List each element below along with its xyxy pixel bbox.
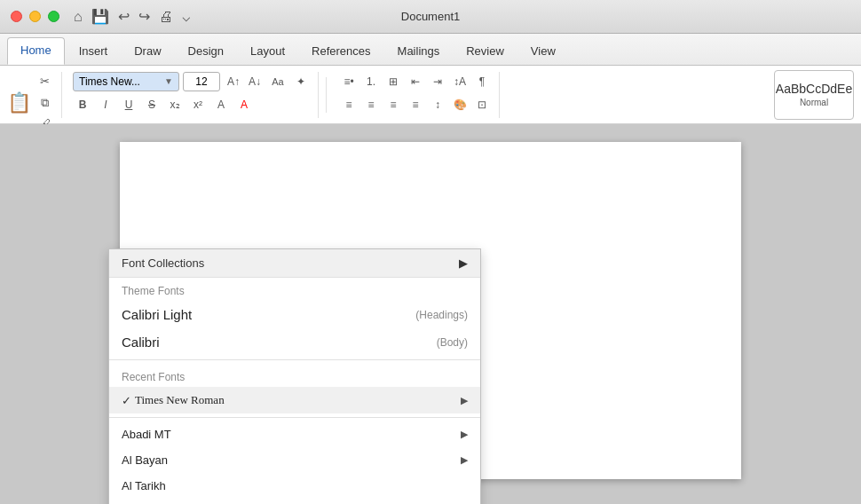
- align-right-button[interactable]: ≡: [383, 95, 403, 114]
- title-bar: ⌂ 💾 ↩ ↪ 🖨 ⌵ Document1: [0, 0, 861, 34]
- font-item-al-bayan[interactable]: Al Bayan ▶: [109, 447, 480, 473]
- font-family-dropdown[interactable]: Times New... ▼: [73, 72, 179, 91]
- al-tarikh-name: Al Tarikh: [122, 479, 468, 492]
- font-item-abadi-mt[interactable]: Abadi MT ▶: [109, 421, 480, 447]
- print-icon[interactable]: 🖨: [159, 9, 173, 25]
- checkmark-icon: ✓: [122, 394, 131, 407]
- font-size-value: 12: [195, 75, 207, 88]
- paragraph-group: ≡• 1. ⊞ ⇤ ⇥ ↕A ¶ ≡ ≡ ≡ ≡ ↕ 🎨 ⊡: [334, 72, 500, 118]
- close-button[interactable]: [11, 11, 22, 22]
- clear-formatting-button[interactable]: ✦: [291, 72, 311, 91]
- style-card-normal[interactable]: AaBbCcDdEe Normal: [774, 70, 854, 120]
- font-item-al-tarikh[interactable]: Al Tarikh: [109, 473, 480, 499]
- style-preview-text: AaBbCcDdEe: [776, 82, 852, 96]
- font-group: Times New... ▼ 12 A↑ A↓ Aa ✦ B I U S x₂ …: [66, 72, 319, 118]
- justify-button[interactable]: ≡: [406, 95, 425, 114]
- minimize-button[interactable]: [29, 11, 41, 22]
- al-bayan-name: Al Bayan: [122, 453, 461, 467]
- theme-fonts-label: Theme Fonts: [109, 278, 480, 301]
- font-dropdown-menu: Font Collections ▶ Theme Fonts Calibri L…: [108, 248, 481, 504]
- font-collections-label: Font Collections: [122, 256, 204, 270]
- font-color-button[interactable]: A: [234, 95, 254, 114]
- font-menu-arrow: ▶: [459, 256, 468, 270]
- al-bayan-arrow: ▶: [461, 454, 468, 466]
- main-area: Font Collections ▶ Theme Fonts Calibri L…: [0, 124, 861, 504]
- calibri-light-name: Calibri Light: [122, 307, 415, 322]
- bullets-button[interactable]: ≡•: [339, 72, 359, 91]
- calibri-tag: (Body): [437, 336, 468, 349]
- toolbar-quick-access: ⌂ 💾 ↩ ↪ 🖨 ⌵: [74, 8, 191, 25]
- line-spacing-button[interactable]: ↕: [428, 95, 447, 114]
- strikethrough-button[interactable]: S: [142, 95, 162, 114]
- font-row-top: Times New... ▼ 12 A↑ A↓ Aa ✦: [73, 72, 311, 91]
- font-item-times-new-roman[interactable]: ✓ Times New Roman ▶: [109, 387, 480, 413]
- separator-1: [326, 77, 327, 113]
- subscript-button[interactable]: x₂: [165, 95, 185, 114]
- divider-1: [109, 359, 480, 360]
- times-new-roman-name: Times New Roman: [135, 393, 461, 407]
- multilevel-list-button[interactable]: ⊞: [383, 72, 403, 91]
- decrease-indent-button[interactable]: ⇤: [406, 72, 425, 91]
- tab-home[interactable]: Home: [7, 37, 65, 65]
- font-family-chevron: ▼: [164, 76, 173, 86]
- copy-icon[interactable]: ⧉: [35, 93, 54, 113]
- font-item-calibri[interactable]: Calibri (Body): [109, 328, 480, 356]
- sort-button[interactable]: ↕A: [450, 72, 470, 91]
- numbering-button[interactable]: 1.: [361, 72, 381, 91]
- font-row-bottom: B I U S x₂ x² A A: [73, 95, 254, 114]
- times-new-roman-arrow: ▶: [461, 395, 468, 406]
- tab-insert[interactable]: Insert: [67, 39, 121, 65]
- home-icon[interactable]: ⌂: [74, 9, 83, 25]
- style-label-text: Normal: [800, 98, 828, 107]
- highlight-button[interactable]: A: [211, 95, 231, 114]
- tab-draw[interactable]: Draw: [122, 39, 173, 65]
- shading-button[interactable]: 🎨: [450, 95, 470, 114]
- recent-fonts-label: Recent Fonts: [109, 364, 480, 387]
- traffic-lights: [11, 11, 59, 22]
- undo-icon[interactable]: ↩: [118, 8, 130, 25]
- more-icon[interactable]: ⌵: [182, 8, 191, 25]
- font-family-value: Times New...: [79, 75, 140, 88]
- bold-button[interactable]: B: [73, 95, 92, 114]
- cut-icon[interactable]: ✂: [35, 72, 54, 91]
- paste-group: 📋 ✂ ⧉ 🖌 Paste: [7, 72, 62, 118]
- italic-button[interactable]: I: [96, 95, 115, 114]
- increase-font-size-button[interactable]: A↑: [224, 72, 243, 91]
- superscript-button[interactable]: x²: [188, 95, 208, 114]
- tab-mailings[interactable]: Mailings: [385, 39, 453, 65]
- align-center-button[interactable]: ≡: [361, 95, 381, 114]
- maximize-button[interactable]: [48, 11, 59, 22]
- redo-icon[interactable]: ↪: [138, 8, 150, 25]
- font-size-box: 12: [183, 72, 220, 91]
- tab-design[interactable]: Design: [176, 39, 236, 65]
- divider-2: [109, 417, 480, 418]
- increase-indent-button[interactable]: ⇥: [428, 72, 447, 91]
- font-menu-header: Font Collections ▶: [109, 249, 480, 278]
- borders-button[interactable]: ⊡: [472, 95, 492, 114]
- font-size-buttons: A↑ A↓: [224, 72, 265, 91]
- ribbon-tabs: Home Insert Draw Design Layout Reference…: [0, 34, 861, 66]
- decrease-font-size-button[interactable]: A↓: [245, 72, 265, 91]
- tab-view[interactable]: View: [518, 39, 568, 65]
- change-case-button[interactable]: Aa: [268, 72, 288, 91]
- calibri-name: Calibri: [122, 335, 437, 350]
- tab-references[interactable]: References: [299, 39, 383, 65]
- ribbon-toolbar: 📋 ✂ ⧉ 🖌 Paste Times New... ▼ 12 A↑ A↓ Aa…: [0, 66, 861, 124]
- font-item-american-typewriter[interactable]: American Typewriter ▶: [109, 499, 480, 504]
- align-left-button[interactable]: ≡: [339, 95, 359, 114]
- document-title: Document1: [401, 10, 460, 23]
- abadi-mt-name: Abadi MT: [122, 428, 461, 441]
- tab-layout[interactable]: Layout: [238, 39, 297, 65]
- calibri-light-tag: (Headings): [415, 309, 468, 321]
- paste-icon[interactable]: 📋: [7, 91, 31, 114]
- tab-review[interactable]: Review: [454, 39, 517, 65]
- font-item-calibri-light[interactable]: Calibri Light (Headings): [109, 301, 480, 328]
- underline-button[interactable]: U: [119, 95, 138, 114]
- show-formatting-button[interactable]: ¶: [472, 72, 492, 91]
- save-icon[interactable]: 💾: [91, 8, 109, 25]
- abadi-mt-arrow: ▶: [461, 429, 468, 440]
